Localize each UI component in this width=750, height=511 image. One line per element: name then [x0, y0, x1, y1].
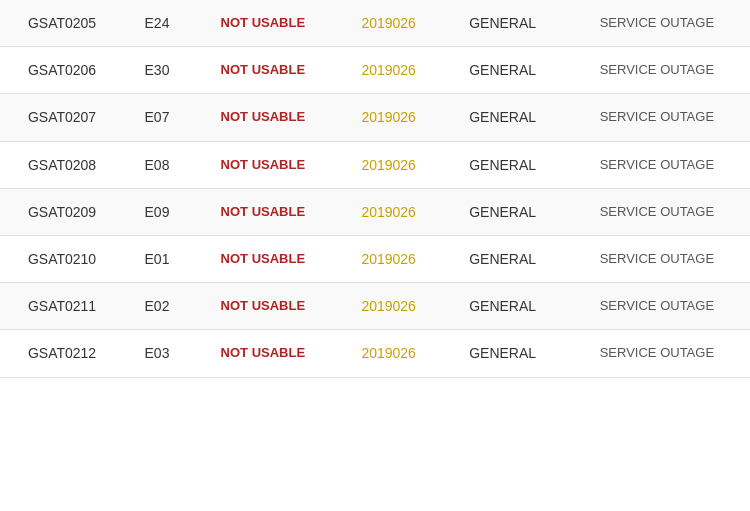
cell-type: SERVICE OUTAGE [564, 330, 750, 377]
cell-code: E08 [124, 141, 190, 188]
cell-status: NOT USABLE [190, 188, 336, 235]
cell-category: GENERAL [441, 0, 563, 47]
cell-id: GSAT0206 [0, 47, 124, 94]
cell-id: GSAT0211 [0, 283, 124, 330]
cell-id: GSAT0212 [0, 330, 124, 377]
table-row: GSAT0206 E30 NOT USABLE 2019026 GENERAL … [0, 47, 750, 94]
cell-status: NOT USABLE [190, 330, 336, 377]
table-row: GSAT0205 E24 NOT USABLE 2019026 GENERAL … [0, 0, 750, 47]
cell-code: E24 [124, 0, 190, 47]
cell-date: 2019026 [336, 0, 442, 47]
cell-category: GENERAL [441, 47, 563, 94]
table-row: GSAT0211 E02 NOT USABLE 2019026 GENERAL … [0, 283, 750, 330]
cell-date: 2019026 [336, 94, 442, 141]
cell-status: NOT USABLE [190, 47, 336, 94]
cell-code: E30 [124, 47, 190, 94]
cell-status: NOT USABLE [190, 283, 336, 330]
cell-code: E07 [124, 94, 190, 141]
cell-type: SERVICE OUTAGE [564, 235, 750, 282]
data-table: GSAT0205 E24 NOT USABLE 2019026 GENERAL … [0, 0, 750, 378]
cell-date: 2019026 [336, 188, 442, 235]
cell-category: GENERAL [441, 141, 563, 188]
cell-date: 2019026 [336, 330, 442, 377]
cell-category: GENERAL [441, 94, 563, 141]
cell-id: GSAT0210 [0, 235, 124, 282]
cell-code: E03 [124, 330, 190, 377]
cell-date: 2019026 [336, 47, 442, 94]
cell-date: 2019026 [336, 283, 442, 330]
cell-type: SERVICE OUTAGE [564, 47, 750, 94]
table-row: GSAT0208 E08 NOT USABLE 2019026 GENERAL … [0, 141, 750, 188]
cell-status: NOT USABLE [190, 141, 336, 188]
cell-type: SERVICE OUTAGE [564, 0, 750, 47]
cell-status: NOT USABLE [190, 235, 336, 282]
cell-code: E09 [124, 188, 190, 235]
cell-id: GSAT0207 [0, 94, 124, 141]
cell-category: GENERAL [441, 330, 563, 377]
cell-category: GENERAL [441, 235, 563, 282]
cell-id: GSAT0209 [0, 188, 124, 235]
table-row: GSAT0212 E03 NOT USABLE 2019026 GENERAL … [0, 330, 750, 377]
cell-status: NOT USABLE [190, 0, 336, 47]
cell-date: 2019026 [336, 235, 442, 282]
cell-date: 2019026 [336, 141, 442, 188]
table-row: GSAT0210 E01 NOT USABLE 2019026 GENERAL … [0, 235, 750, 282]
cell-category: GENERAL [441, 283, 563, 330]
cell-code: E02 [124, 283, 190, 330]
cell-type: SERVICE OUTAGE [564, 141, 750, 188]
cell-status: NOT USABLE [190, 94, 336, 141]
cell-code: E01 [124, 235, 190, 282]
cell-id: GSAT0205 [0, 0, 124, 47]
cell-category: GENERAL [441, 188, 563, 235]
cell-id: GSAT0208 [0, 141, 124, 188]
table-row: GSAT0207 E07 NOT USABLE 2019026 GENERAL … [0, 94, 750, 141]
table-row: GSAT0209 E09 NOT USABLE 2019026 GENERAL … [0, 188, 750, 235]
cell-type: SERVICE OUTAGE [564, 94, 750, 141]
cell-type: SERVICE OUTAGE [564, 188, 750, 235]
cell-type: SERVICE OUTAGE [564, 283, 750, 330]
